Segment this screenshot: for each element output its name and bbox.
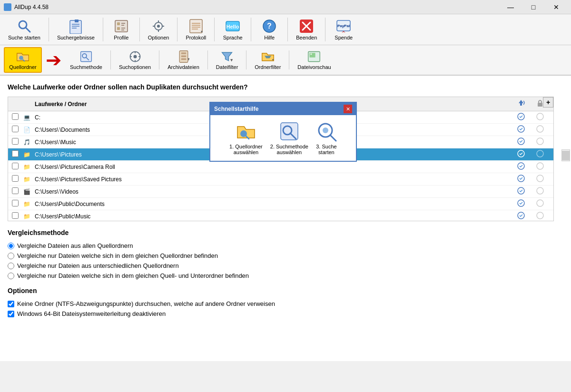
svg-text:PayPal: PayPal	[337, 24, 350, 28]
toolbar2-separator-1	[110, 50, 111, 69]
vgl2-option[interactable]: Vergleiche nur Dateien welche sich in de…	[8, 252, 563, 259]
ordnerfilter-button[interactable]: Ordnerfilter	[250, 48, 285, 72]
qs-step2[interactable]: 2. Suchmethodeauswählen	[270, 121, 308, 155]
profile-button[interactable]: Profile	[107, 16, 136, 43]
row-pictures-path1: C:\Users\	[35, 151, 59, 158]
svg-rect-2	[70, 20, 81, 34]
optionen-icon	[151, 19, 166, 34]
toolbar-separator-1	[49, 18, 49, 41]
vergleich-options: Vergleiche Dateien aus allen Quellordner…	[8, 242, 563, 279]
ordnerfilter-label: Ordnerfilter	[255, 64, 281, 70]
suchergebnisse-icon	[68, 19, 83, 34]
quellordner-label: Quellordner	[9, 64, 36, 70]
protokoll-button[interactable]: Protokoll	[181, 16, 210, 43]
titlebar: AllDup 4.4.58 — □ ✕	[0, 0, 571, 14]
spende-button[interactable]: PayPal Spende	[329, 16, 358, 43]
sprache-button[interactable]: Hello Sprache	[218, 16, 247, 43]
quellordner-button[interactable]: Quellordner	[4, 47, 42, 73]
row-pubdocs-checkbox[interactable]	[12, 200, 19, 206]
spende-label: Spende	[335, 35, 353, 40]
hilfe-button[interactable]: ? Hilfe	[255, 16, 284, 43]
opt2-item[interactable]: Windows 64-Bit Dateisystemweiterleitung …	[8, 310, 563, 317]
qs-step2-icon	[279, 121, 300, 142]
row-pictures-checkbox[interactable]	[12, 150, 19, 157]
row-docs-checkbox[interactable]	[12, 126, 19, 132]
svg-rect-57	[310, 53, 315, 58]
svg-rect-9	[117, 22, 120, 25]
vgl3-option[interactable]: Vergleiche nur Dateien aus unterschiedli…	[8, 262, 563, 269]
quellordner-icon	[16, 50, 30, 63]
protokoll-label: Protokoll	[186, 35, 206, 40]
suche-starten-button[interactable]: Suche starten	[4, 16, 45, 43]
row-videos-checkbox[interactable]	[12, 187, 19, 194]
vgl4-radio[interactable]	[8, 273, 14, 279]
sprache-icon: Hello	[225, 19, 240, 34]
dateivorschau-button[interactable]: Dateivorschau	[293, 48, 335, 72]
dateifilter-label: Dateifilter	[216, 64, 238, 70]
vgl3-radio[interactable]	[8, 263, 14, 269]
row-picscam-checkbox[interactable]	[12, 163, 19, 169]
vgl3-label: Vergleiche nur Dateien aus unterschiedli…	[17, 262, 179, 269]
archivdateien-button[interactable]: Archivdateien	[163, 48, 204, 72]
suchoptionen-button[interactable]: Suchoptionen	[115, 48, 155, 72]
row-docs-path1: C:\Users\	[35, 127, 59, 133]
beenden-button[interactable]: Beenden	[292, 16, 321, 43]
qs-step1-label: 1. Quellordnerauswählen	[229, 144, 263, 155]
dateifilter-button[interactable]: Dateifilter	[212, 48, 242, 72]
row-music-checkbox[interactable]	[12, 138, 19, 145]
folder-row-pubmusic[interactable]: 📁 C:\Users\Public\Music	[8, 210, 553, 221]
svg-rect-21	[190, 20, 202, 33]
row-picssaved-checkbox[interactable]	[12, 175, 19, 182]
suchergebnisse-button[interactable]: Suchergebnisse	[53, 16, 99, 43]
vgl1-radio[interactable]	[8, 243, 14, 249]
vgl2-radio[interactable]	[8, 253, 14, 259]
qs-step1-icon	[236, 121, 256, 142]
svg-point-77	[537, 212, 543, 219]
suche-starten-label: Suche starten	[8, 35, 40, 40]
svg-point-75	[537, 200, 543, 206]
row-c-checkbox[interactable]	[12, 113, 19, 120]
svg-point-73	[537, 187, 543, 194]
row-picscam-path2: \Pictures\Camera Roll	[59, 164, 115, 170]
row-music-path1: C:\Users\	[35, 139, 59, 146]
folder-row-videos[interactable]: 🎬 C:\Users\ \Videos	[8, 186, 553, 198]
main-content: Welche Laufwerke oder Ordner sollen nach…	[0, 76, 571, 361]
toolbar-separator-6	[251, 18, 251, 41]
row-pubmusic-checkbox[interactable]	[12, 212, 19, 219]
optionen-toolbar-button[interactable]: Optionen	[144, 16, 174, 43]
vgl1-option[interactable]: Vergleiche Dateien aus allen Quellordner…	[8, 242, 563, 249]
profile-icon	[114, 19, 129, 34]
svg-rect-48	[181, 52, 186, 54]
quickstart-close-button[interactable]: ✕	[344, 105, 352, 113]
suchmethode-button[interactable]: Suchmethode	[66, 48, 107, 72]
vgl4-option[interactable]: Vergleiche nur Dateien welche sich in de…	[8, 272, 563, 279]
maximize-button[interactable]: □	[522, 0, 544, 14]
minimize-button[interactable]: —	[500, 0, 522, 14]
suchoptionen-icon	[128, 50, 142, 63]
close-button[interactable]: ✕	[545, 0, 567, 14]
folder-row-picscam[interactable]: 📁 C:\Users\ \Pictures\Camera Roll	[8, 161, 553, 173]
opt2-checkbox[interactable]	[8, 311, 14, 317]
qs-step1[interactable]: 1. Quellordnerauswählen	[229, 121, 263, 155]
toolbar2-separator-3	[207, 50, 208, 69]
dateivorschau-icon	[307, 50, 321, 63]
folder-row-picssaved[interactable]: 📁 C:\Users\ \Pictures\Saved Pictures	[8, 173, 553, 186]
red-arrow-indicator: ➔	[46, 50, 62, 69]
optionen-section-title: Optionen	[8, 287, 563, 294]
qs-step3[interactable]: 3. Suchestarten	[316, 121, 337, 155]
add-folder-button[interactable]: +	[543, 97, 553, 108]
svg-line-84	[330, 135, 336, 141]
quickstart-body: 1. Quellordnerauswählen 2. Suchmethodeau…	[210, 115, 356, 161]
dateifilter-icon	[220, 50, 234, 63]
suchmethode-label: Suchmethode	[70, 64, 102, 70]
opt1-item[interactable]: Keine Ordner (NTFS-Abzweigungspunkte) du…	[8, 300, 563, 307]
svg-rect-12	[117, 27, 120, 30]
row-pubdocs-path1: C:\Users\Public\Documents	[35, 201, 105, 207]
opt1-checkbox[interactable]	[8, 301, 14, 307]
folder-row-pubdocs[interactable]: 📁 C:\Users\Public\Documents	[8, 198, 553, 210]
toolbar-separator-2	[103, 18, 103, 41]
folder-scrollbar[interactable]	[561, 149, 570, 161]
row-videos-path1: C:\Users\	[35, 188, 59, 195]
row-picssaved-path2: \Pictures\Saved Pictures	[59, 176, 122, 183]
svg-rect-59	[538, 103, 542, 107]
